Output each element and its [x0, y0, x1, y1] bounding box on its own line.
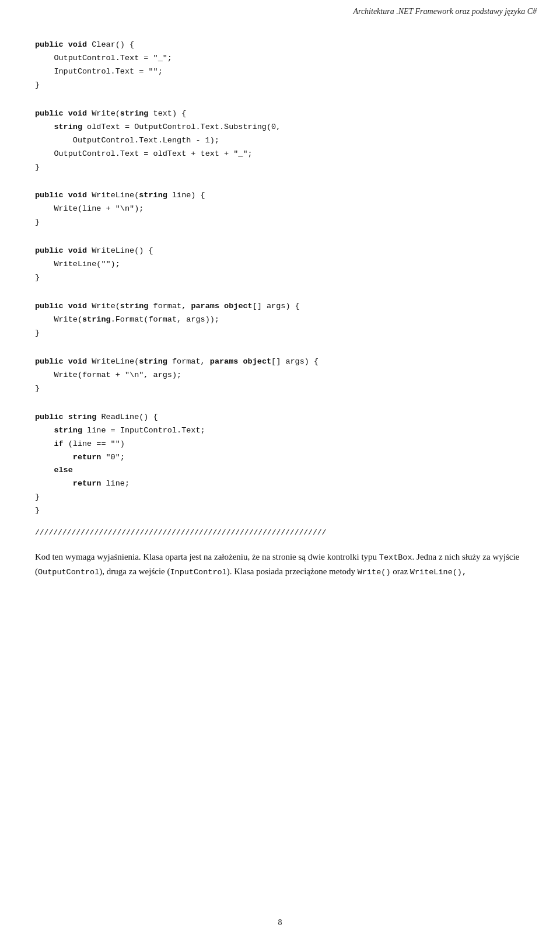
code-line: Write(line + "\n"); [35, 203, 525, 216]
writeline-format-method: public void WriteLine(string format, par… [35, 355, 525, 396]
code-line: } [35, 271, 525, 285]
prose-write-inline: Write() [358, 568, 391, 577]
code-line: WriteLine(""); [35, 258, 525, 271]
clear-method: public void Clear() { OutputControl.Text… [35, 39, 525, 92]
code-line: else [35, 464, 525, 477]
code-line: } [35, 79, 525, 92]
code-line: OutputControl.Text.Length - 1); [35, 134, 525, 148]
code-line: } [35, 216, 525, 229]
code-line: Write(format + "\n", args); [35, 369, 525, 382]
write-format-method: public void Write(string format, params … [35, 300, 525, 340]
code-line: string line = InputControl.Text; [35, 424, 525, 438]
code-line: OutputControl.Text = oldText + text + "_… [35, 148, 525, 161]
code-line: Write(string.Format(format, args)); [35, 313, 525, 327]
code-line: public void Write(string text) { [35, 107, 525, 121]
write-string-method: public void Write(string text) { string … [35, 107, 525, 174]
readline-method: public string ReadLine() { string line =… [35, 411, 525, 518]
page-number: 8 [278, 918, 282, 927]
code-line: public string ReadLine() { [35, 411, 525, 424]
prose-textbox-inline: TextBox [379, 553, 412, 562]
page-content: public void Clear() { OutputControl.Text… [0, 21, 560, 603]
code-line: string oldText = OutputControl.Text.Subs… [35, 121, 525, 134]
code-line: if (line == "") [35, 438, 525, 451]
writeline-string-method: public void WriteLine(string line) { Wri… [35, 189, 525, 229]
code-line: return "0"; [35, 451, 525, 465]
prose-paragraph: Kod ten wymaga wyjaśnienia. Klasa oparta… [35, 550, 525, 580]
page-header: Architektura .NET Framework oraz podstaw… [0, 0, 560, 21]
code-line: return line; [35, 477, 525, 491]
prose-output-control-inline: OutputControl [38, 568, 99, 577]
code-line: } [35, 382, 525, 396]
code-line: InputControl.Text = ""; [35, 65, 525, 79]
prose-text-1e: oraz [391, 567, 410, 576]
code-line: public void Write(string format, params … [35, 300, 525, 313]
prose-input-control-inline: InputControl [170, 568, 227, 577]
prose-text-1: Kod ten wymaga wyjaśnienia. Klasa oparta… [35, 552, 379, 561]
writeline-empty-method: public void WriteLine() { WriteLine("");… [35, 245, 525, 285]
page-footer: 8 [0, 918, 560, 927]
section-divider: ////////////////////////////////////////… [35, 528, 525, 537]
code-line: } [35, 161, 525, 174]
code-line: public void WriteLine() { [35, 245, 525, 258]
code-line: } [35, 504, 525, 518]
code-line: } [35, 491, 525, 504]
prose-writeline-inline: WriteLine(), [410, 568, 467, 577]
header-title: Architektura .NET Framework oraz podstaw… [353, 7, 537, 16]
code-line: public void WriteLine(string line) { [35, 189, 525, 203]
code-line: } [35, 327, 525, 340]
code-line: public void Clear() { [35, 39, 525, 52]
code-line: OutputControl.Text = "_"; [35, 52, 525, 65]
prose-text-1d: ). Klasa posiada przeciążone metody [227, 567, 358, 576]
code-line: public void WriteLine(string format, par… [35, 355, 525, 369]
prose-text-1c: ), druga za wejście ( [99, 567, 170, 576]
